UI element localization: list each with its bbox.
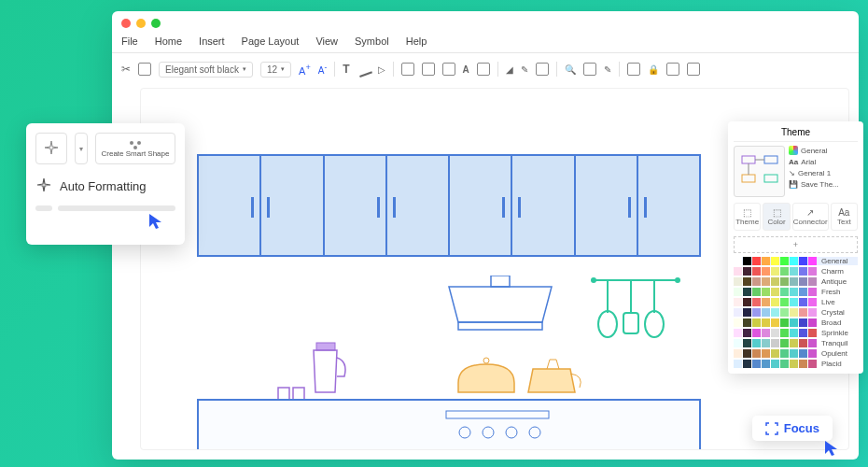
palette-row-live[interactable]: Live	[734, 298, 858, 306]
palette-label: Placid	[821, 360, 842, 368]
close-window-button[interactable]	[121, 19, 131, 28]
crop-icon[interactable]	[536, 63, 549, 76]
svg-point-21	[137, 141, 141, 145]
menu-page-layout[interactable]: Page Layout	[242, 35, 300, 47]
palette-row-charm[interactable]: Charm	[734, 267, 858, 276]
theme-opt-save[interactable]: 💾Save The...	[789, 180, 858, 189]
lock-icon[interactable]: 🔒	[648, 64, 659, 75]
search-icon[interactable]: 🔍	[565, 64, 576, 75]
align-icon[interactable]	[442, 63, 455, 76]
text-style-icon[interactable]: A	[463, 64, 469, 75]
menu-bar: File Home Insert Page Layout View Symbol…	[121, 35, 427, 47]
theme-opt-font[interactable]: AaArial	[789, 158, 858, 166]
layout-icon[interactable]	[627, 63, 640, 76]
minimize-window-button[interactable]	[136, 19, 146, 28]
text-tool-icon[interactable]: T	[343, 63, 349, 76]
palette-row-opulent[interactable]: Opulent	[734, 349, 858, 358]
font-increase-icon[interactable]: A+	[299, 63, 311, 77]
svg-point-4	[675, 277, 680, 283]
palette-row-sprinkle[interactable]: Sprinkle	[734, 329, 858, 337]
svg-point-10	[645, 311, 664, 337]
palette-row-antique[interactable]: Antique	[734, 277, 858, 286]
theme-panel: Theme General AaArial ↘General 1 💾Save T…	[728, 121, 863, 374]
size-select[interactable]: 12▾	[260, 62, 291, 78]
theme-panel-title: Theme	[734, 127, 858, 142]
svg-point-19	[529, 427, 540, 438]
palette-label: Tranquil	[821, 339, 848, 347]
kitchen-cabinets-drawing	[197, 154, 701, 257]
grid-icon[interactable]	[666, 63, 679, 76]
palette-row-broad[interactable]: Broad	[734, 318, 858, 327]
svg-rect-0	[491, 276, 510, 287]
auto-formatting-label: Auto Formatting	[60, 179, 147, 193]
toolbar: ✂ Elegant soft black▾ 12▾ A+ A- T ▷ A ◢ …	[121, 58, 849, 80]
progress-skeleton	[35, 205, 175, 211]
svg-rect-15	[446, 411, 549, 418]
menu-view[interactable]: View	[315, 35, 338, 47]
swap-icon[interactable]	[477, 63, 490, 76]
create-smart-shape-button[interactable]: Create Smart Shape	[95, 133, 175, 164]
auto-format-popup: ▾ Create Smart Shape Auto Formatting	[26, 123, 185, 245]
svg-point-6	[598, 311, 617, 337]
brush-icon[interactable]: ✎	[604, 64, 611, 75]
theme-opt-connector[interactable]: ↘General 1	[789, 169, 858, 177]
palette-row-placid[interactable]: Placid	[734, 360, 858, 368]
palette-row-general[interactable]: General	[734, 257, 858, 265]
maximize-window-button[interactable]	[151, 19, 161, 28]
palette-label: Fresh	[821, 288, 840, 296]
svg-rect-23	[742, 156, 755, 163]
menu-help[interactable]: Help	[406, 35, 427, 47]
svg-rect-8	[623, 313, 638, 333]
palette-row-fresh[interactable]: Fresh	[734, 288, 858, 296]
sparkle-icon	[35, 177, 52, 194]
connector-icon[interactable]	[356, 61, 372, 78]
color-palette-list: GeneralCharmAntiqueFreshLiveCrystalBroad…	[734, 257, 858, 368]
palette-label: Sprinkle	[821, 329, 848, 337]
theme-opt-general[interactable]: General	[789, 146, 858, 155]
traffic-lights	[121, 19, 161, 28]
theme-preview[interactable]	[734, 146, 785, 197]
tab-color[interactable]: ⬚Color	[763, 203, 790, 231]
menu-symbol[interactable]: Symbol	[355, 35, 389, 47]
add-palette-button[interactable]: +	[734, 236, 858, 253]
palette-row-crystal[interactable]: Crystal	[734, 308, 858, 317]
font-select[interactable]: Elegant soft black▾	[159, 62, 253, 78]
pointer-icon[interactable]: ▷	[378, 64, 385, 75]
eyedropper-icon[interactable]: ✎	[521, 64, 528, 75]
kitchen-counter-drawing	[197, 399, 701, 450]
menu-file[interactable]: File	[121, 35, 138, 47]
palette-label: Live	[821, 298, 835, 306]
cut-icon[interactable]: ✂	[121, 63, 131, 76]
expand-icon[interactable]	[687, 63, 700, 76]
fill-icon[interactable]: ◢	[506, 64, 513, 75]
table-icon[interactable]	[583, 63, 596, 76]
layer-icon[interactable]	[401, 63, 414, 76]
group-icon[interactable]	[422, 63, 435, 76]
tab-text[interactable]: AaText	[831, 203, 858, 231]
tab-theme[interactable]: ⬚Theme	[734, 203, 761, 231]
svg-rect-26	[764, 175, 777, 182]
range-hood-drawing	[440, 276, 561, 332]
svg-point-18	[506, 427, 517, 438]
svg-point-3	[591, 277, 596, 283]
sparkle-icon[interactable]	[35, 133, 67, 164]
clipboard-icon[interactable]	[138, 63, 151, 76]
utensils-drawing	[589, 276, 682, 350]
svg-rect-24	[764, 156, 777, 163]
svg-rect-11	[316, 343, 335, 350]
focus-button[interactable]: Focus	[752, 416, 833, 441]
palette-row-tranquil[interactable]: Tranquil	[734, 339, 858, 347]
svg-rect-25	[742, 175, 755, 182]
svg-point-20	[130, 141, 133, 145]
tab-connector[interactable]: ↗Connector	[792, 203, 829, 231]
svg-point-16	[459, 427, 470, 438]
svg-point-17	[483, 427, 494, 438]
dropdown-chevron-icon[interactable]: ▾	[75, 133, 88, 164]
menu-insert[interactable]: Insert	[199, 35, 225, 47]
font-decrease-icon[interactable]: A-	[318, 63, 327, 76]
pots-drawing	[449, 355, 589, 402]
palette-label: Crystal	[821, 308, 845, 317]
menu-home[interactable]: Home	[155, 35, 182, 47]
palette-label: Opulent	[821, 349, 847, 358]
svg-point-14	[483, 358, 489, 363]
